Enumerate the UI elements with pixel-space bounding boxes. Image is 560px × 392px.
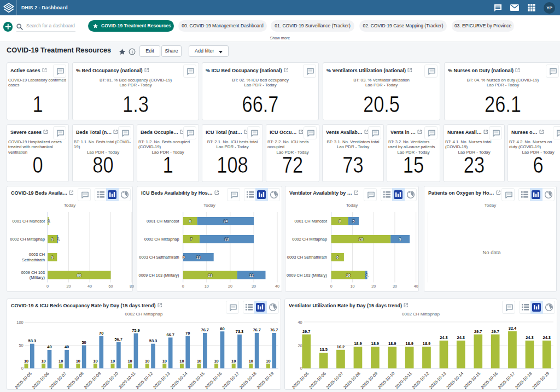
svg-text:16.2: 16.2 [337, 344, 345, 349]
svg-text:2020-10-15: 2020-10-15 [463, 371, 482, 390]
svg-text:2020-10-17: 2020-10-17 [497, 371, 516, 390]
svg-text:2020-10-11: 2020-10-11 [394, 371, 413, 390]
svg-text:2020-10-16: 2020-10-16 [480, 371, 499, 390]
svg-text:20: 20 [298, 343, 302, 348]
svg-text:2020-10-09: 2020-10-09 [360, 371, 379, 390]
svg-text:0: 0 [300, 366, 302, 371]
svg-text:29.7: 29.7 [491, 329, 499, 334]
svg-text:29.7: 29.7 [302, 329, 310, 334]
svg-text:2020-10-06: 2020-10-06 [308, 371, 327, 390]
svg-text:2020-10-12: 2020-10-12 [411, 371, 430, 390]
svg-text:40: 40 [298, 320, 302, 325]
svg-text:18.9: 18.9 [405, 341, 413, 346]
svg-text:2020-10-18: 2020-10-18 [514, 371, 533, 390]
svg-text:2020-10-07: 2020-10-07 [325, 371, 345, 390]
svg-text:24.3: 24.3 [543, 335, 551, 340]
svg-text:24.3: 24.3 [526, 335, 533, 340]
svg-text:32.4: 32.4 [509, 326, 517, 331]
svg-text:13.5: 13.5 [319, 347, 327, 352]
svg-text:18.9: 18.9 [371, 341, 379, 346]
svg-text:2020-10-10: 2020-10-10 [377, 371, 396, 390]
svg-text:24.3: 24.3 [457, 335, 465, 340]
svg-text:2020-10-13: 2020-10-13 [428, 371, 447, 390]
svg-text:2020-10-08: 2020-10-08 [342, 371, 361, 390]
svg-text:24.3: 24.3 [440, 335, 447, 340]
svg-text:2020-10-14: 2020-10-14 [446, 371, 465, 390]
svg-text:2020-10-05: 2020-10-05 [291, 371, 310, 390]
svg-text:2020-10-19: 2020-10-19 [532, 371, 551, 390]
svg-text:18.9: 18.9 [423, 341, 430, 346]
svg-text:18.9: 18.9 [388, 341, 396, 346]
svg-text:18.9: 18.9 [354, 341, 361, 346]
svg-text:29.7: 29.7 [474, 329, 482, 334]
